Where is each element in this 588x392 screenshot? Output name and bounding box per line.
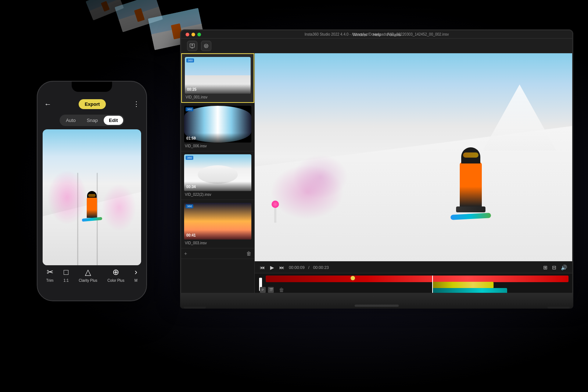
file-item-1[interactable]: 360 00:25 VID_001.insv	[181, 53, 254, 103]
current-time: 00:00:09	[289, 265, 305, 270]
layout-btn-1[interactable]: ⊞	[542, 264, 548, 271]
file-name-4: VID_003.insv	[184, 241, 251, 245]
phone-notch	[72, 82, 112, 92]
smoke-right	[102, 184, 136, 231]
more-tools-icon: ›	[135, 267, 137, 277]
toolbar-more[interactable]: › M	[135, 267, 137, 283]
file-list-panel: 360 00:25 VID_001.insv 360 01:59 VID_006…	[181, 53, 255, 294]
back-button[interactable]: ←	[44, 100, 51, 108]
file-actions: + 🗑	[181, 248, 254, 259]
app-title: Insta360 Studio 2022 4.4.0 - /Users/lyz/…	[305, 32, 449, 36]
file-thumb-1: 360 00:25	[185, 57, 251, 94]
toolbar-color-plus[interactable]: ⊕ Color Plus	[107, 267, 124, 283]
app-toolbar	[181, 39, 572, 53]
clarity-label: Clarity Plus	[79, 278, 97, 283]
file-name-3: VID_022(2).insv	[184, 193, 251, 197]
traffic-lights	[186, 33, 201, 36]
snow-decoration	[264, 201, 286, 230]
timeline-bottom-bar: P 🎬 🗑	[260, 287, 284, 293]
file-360-badge-3: 360	[186, 156, 193, 160]
main-rider	[449, 146, 493, 220]
more-tools-label: M	[135, 278, 137, 283]
phone-video-preview	[43, 129, 141, 265]
phone-screen: ← Export ⋮ Auto Snap Edit	[37, 82, 146, 301]
play-btn[interactable]: ▶	[269, 264, 275, 271]
minimize-dot[interactable]	[191, 33, 195, 36]
toolbar-clarity[interactable]: △ Clarity Plus	[79, 267, 97, 283]
file-name-2: VID_006.insv	[184, 144, 251, 148]
file-360-badge-1: 360	[186, 58, 194, 62]
phone-device: ← Export ⋮ Auto Snap Edit	[37, 81, 147, 301]
file-item-4[interactable]: 360 00:41 VID_003.insv	[181, 200, 254, 248]
track-teal[interactable]	[432, 288, 507, 294]
menubar: Window Help Forums Insta360 Studio 2022 …	[181, 30, 572, 39]
bg-mountain	[483, 84, 556, 151]
file-360-badge-2: 360	[186, 107, 193, 111]
file-360-badge-4: 360	[186, 204, 193, 208]
trim-icon: ✂	[47, 267, 53, 277]
video-preview	[255, 53, 572, 261]
timeline-delete-btn[interactable]: 🗑	[279, 287, 284, 293]
laptop-foot-left	[184, 307, 206, 309]
phone-toolbar: ✂ Trim □ 1:1 △ Clarity Plus ⊕ Color Plus…	[37, 260, 146, 289]
file-thumb-3: 360 00:34	[184, 154, 251, 191]
color-plus-label: Color Plus	[107, 278, 124, 283]
export-icon-btn[interactable]	[187, 41, 197, 51]
clarity-icon: △	[85, 267, 91, 277]
right-controls: ⊞ ⊟ 🔊	[542, 264, 568, 271]
layout-btn-2[interactable]: ⊟	[551, 264, 557, 271]
track-row-1	[266, 276, 569, 281]
rider-goggles	[463, 152, 478, 158]
file-thumb-4: 360 00:41	[184, 203, 251, 240]
laptop-hinge	[355, 305, 399, 307]
trim-label: Trim	[46, 278, 54, 283]
svg-point-1	[204, 44, 208, 48]
laptop-foot-right	[548, 307, 570, 309]
timeline-tracks	[266, 276, 569, 293]
video-controls: ⏮ ▶ ⏭ 00:00:09 / 00:00:23 ⊞ ⊟ 🔊	[255, 261, 572, 273]
laptop-screen: Window Help Forums Insta360 Studio 2022 …	[180, 29, 573, 294]
total-time: 00:00:23	[313, 265, 329, 270]
track-red[interactable]	[266, 276, 569, 282]
export-button[interactable]: Export	[79, 99, 105, 109]
file-thumb-2: 360 01:59	[184, 106, 251, 143]
phone-mode-tabs: Auto Snap Edit	[60, 115, 124, 126]
color-plus-icon: ⊕	[112, 267, 119, 277]
toolbar-trim[interactable]: ✂ Trim	[46, 267, 54, 283]
time-separator: /	[308, 265, 309, 270]
track-row-3	[432, 288, 569, 293]
svg-point-2	[205, 45, 207, 47]
file-item-2[interactable]: 360 01:59 VID_006.insv	[181, 103, 254, 151]
video-area: ⏮ ▶ ⏭ 00:00:09 / 00:00:23 ⊞ ⊟ 🔊	[255, 53, 572, 294]
timeline: P 🎬 🗑	[255, 273, 572, 294]
app-body: 360 00:25 VID_001.insv 360 01:59 VID_006…	[181, 53, 572, 294]
toolbar-ratio[interactable]: □ 1:1	[64, 267, 69, 283]
tab-auto[interactable]: Auto	[61, 116, 81, 125]
track-row-2	[432, 282, 569, 287]
phone-topbar: ← Export ⋮	[37, 95, 146, 113]
close-dot[interactable]	[186, 33, 189, 36]
file-item-3[interactable]: 360 00:34 VID_022(2).insv	[181, 151, 254, 200]
skip-forward-btn[interactable]: ⏭	[279, 264, 285, 271]
timeline-keyframe-dot[interactable]	[351, 276, 355, 280]
skip-back-btn[interactable]: ⏮	[259, 264, 266, 271]
laptop-device: Window Help Forums Insta360 Studio 2022 …	[180, 29, 573, 316]
view-icon-btn[interactable]	[201, 41, 211, 51]
file-name-1: VID_001.insv	[185, 95, 251, 99]
laptop-base	[180, 294, 573, 309]
add-file-btn[interactable]: +	[184, 251, 187, 256]
delete-file-btn[interactable]: 🗑	[246, 251, 251, 256]
phone-rider	[81, 190, 103, 227]
ratio-icon: □	[64, 267, 68, 277]
ratio-label: 1:1	[64, 278, 69, 283]
tab-snap[interactable]: Snap	[82, 116, 103, 125]
track-yellow[interactable]	[432, 282, 494, 288]
main-smoke-right	[293, 155, 348, 199]
playhead	[432, 276, 433, 293]
timeline-icon-2[interactable]: 🎬	[268, 287, 274, 293]
maximize-dot[interactable]	[197, 33, 201, 36]
tab-edit[interactable]: Edit	[104, 116, 123, 125]
volume-btn[interactable]: 🔊	[560, 264, 568, 271]
timeline-icon-1[interactable]: P	[260, 287, 266, 293]
more-button[interactable]: ⋮	[133, 100, 140, 108]
